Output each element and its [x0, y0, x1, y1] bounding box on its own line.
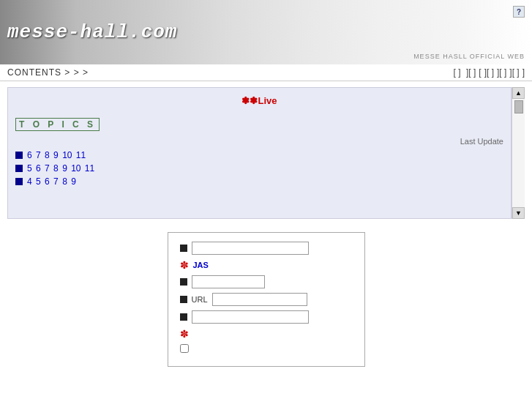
topic-link[interactable]: 8 — [45, 150, 50, 160]
scroll-thumb[interactable] — [514, 100, 523, 113]
nav-item-5[interactable]: ][ ] — [497, 67, 506, 78]
topic-link[interactable]: 5 — [36, 176, 41, 187]
header: messe-hall.com ? MESSE HASLL OFFICIAL WE… — [0, 0, 532, 64]
nav-links: [ ] ][ ] [ ][ ] ][ ] ][ ] ] — [454, 67, 525, 78]
topic-row-2: 5 6 7 8 9 10 11 — [15, 163, 503, 174]
nav-item-1[interactable]: [ ] — [454, 67, 463, 78]
topic-square-1 — [15, 152, 23, 159]
contents-link[interactable]: CONTENTS > > > — [7, 67, 89, 78]
navbar: CONTENTS > > > [ ] ][ ] [ ][ ] ][ ] ][ ]… — [0, 64, 532, 81]
form-star-2: ✽ — [180, 328, 189, 340]
topic-link[interactable]: 6 — [45, 176, 50, 187]
topic-link[interactable]: 9 — [62, 163, 67, 174]
form-panel: ✽ JAS URL ✽ — [168, 232, 365, 367]
form-star-1: ✽ — [180, 259, 189, 271]
topic-link[interactable]: 6 — [36, 163, 41, 174]
topic-link[interactable]: 10 — [62, 150, 72, 160]
topic-link[interactable]: 6 — [27, 150, 32, 160]
topics-label: T O P I C S — [15, 118, 100, 131]
live-star: ✽ — [241, 95, 250, 106]
form-row-6: ✽ — [180, 328, 353, 340]
nav-item-3[interactable]: [ — [479, 67, 481, 78]
topic-link[interactable]: 9 — [71, 176, 76, 187]
topic-link[interactable]: 5 — [27, 163, 32, 174]
topic-link[interactable]: 11 — [76, 150, 86, 160]
live-title: ✽✽Live — [15, 95, 503, 106]
form-input-2[interactable] — [192, 275, 265, 288]
last-update: Last Update — [15, 137, 503, 146]
help-button[interactable]: ? — [513, 6, 525, 18]
topic-row-1: 6 7 8 9 10 11 — [15, 150, 503, 160]
topic-square-2 — [15, 165, 23, 172]
bottom-section: ✽ JAS URL ✽ — [0, 225, 532, 374]
topic-link[interactable]: 4 — [27, 176, 32, 187]
topic-link[interactable]: 8 — [62, 176, 67, 187]
form-square-3 — [180, 296, 187, 303]
form-input-3[interactable] — [192, 310, 309, 324]
scroll-track — [512, 99, 525, 207]
topic-square-3 — [15, 178, 23, 185]
scroll-up-button[interactable]: ▲ — [512, 87, 525, 99]
live-panel-wrapper: ✽✽Live T O P I C S Last Update 6 7 8 9 1… — [7, 87, 525, 219]
form-row-2: ✽ JAS — [180, 259, 353, 271]
form-row-4: URL — [180, 293, 353, 306]
live-label: ✽Live — [250, 95, 277, 106]
topic-link[interactable]: 9 — [53, 150, 59, 160]
topic-numbers-2: 5 6 7 8 9 10 11 — [27, 163, 96, 174]
form-row-1 — [180, 242, 353, 255]
form-checkbox-1[interactable] — [180, 344, 189, 353]
topic-row-3: 4 5 6 7 8 9 — [15, 176, 503, 187]
official-text: MESSE HASLL OFFICIAL WEB — [413, 53, 525, 60]
form-square-4 — [180, 313, 187, 321]
form-row-3 — [180, 275, 353, 288]
main-content: ✽✽Live T O P I C S Last Update 6 7 8 9 1… — [0, 81, 532, 225]
topic-numbers-3: 4 5 6 7 8 9 — [27, 176, 78, 187]
form-input-1[interactable] — [192, 242, 309, 255]
form-square-2 — [180, 278, 187, 286]
scrollbar: ▲ ▼ — [512, 87, 525, 219]
jas-label: JAS — [193, 261, 209, 269]
live-panel: ✽✽Live T O P I C S Last Update 6 7 8 9 1… — [7, 87, 512, 219]
topic-link[interactable]: 7 — [36, 150, 41, 160]
nav-item-6[interactable]: ][ ] — [509, 67, 519, 78]
scroll-down-button[interactable]: ▼ — [512, 207, 525, 219]
nav-item-7[interactable]: ] — [522, 67, 525, 78]
url-label: URL — [192, 295, 208, 304]
topic-link[interactable]: 7 — [45, 163, 50, 174]
topic-link[interactable]: 7 — [53, 176, 59, 187]
nav-item-4[interactable]: ][ ] — [484, 67, 494, 78]
topic-numbers-1: 6 7 8 9 10 11 — [27, 150, 87, 160]
form-square-1 — [180, 245, 187, 252]
form-row-5 — [180, 310, 353, 324]
form-row-7 — [180, 344, 353, 353]
logo: messe-hall.com — [7, 21, 177, 43]
topic-link[interactable]: 11 — [85, 163, 94, 174]
nav-item-2[interactable]: ][ ] — [466, 67, 476, 78]
topic-link[interactable]: 10 — [71, 163, 80, 174]
topic-link[interactable]: 8 — [53, 163, 59, 174]
form-input-url[interactable] — [212, 293, 307, 306]
